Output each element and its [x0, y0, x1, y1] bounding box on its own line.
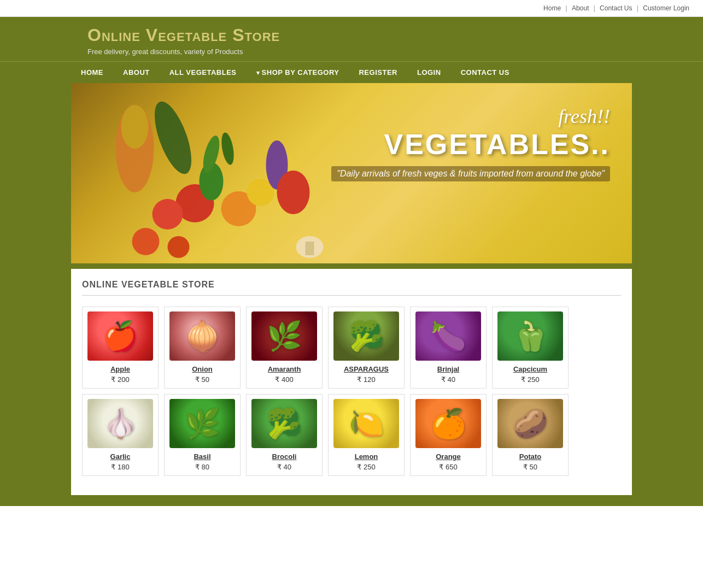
product-image-brocoli: 🥦: [251, 399, 317, 448]
site-title: Online Vegetable Store: [87, 25, 692, 45]
section-title: ONLINE VEGETABLE STORE: [82, 280, 621, 296]
nav-item-login[interactable]: LOGIN: [407, 62, 451, 83]
main-wrapper: ONLINE VEGETABLE STORE 🍎Apple₹ 200🧅Onion…: [0, 269, 703, 506]
product-price-amaranth: ₹ 400: [251, 375, 318, 384]
product-name-basil[interactable]: Basil: [169, 452, 236, 461]
product-card-onion[interactable]: 🧅Onion₹ 50: [164, 307, 241, 389]
product-card-apple[interactable]: 🍎Apple₹ 200: [82, 307, 159, 389]
product-price-capsicum: ₹ 250: [497, 375, 564, 384]
svg-point-9: [277, 170, 310, 214]
svg-point-4: [153, 199, 183, 230]
product-name-brinjal[interactable]: Brinjal: [415, 365, 482, 373]
topbar-about-link[interactable]: About: [572, 4, 589, 12]
nav-item-home[interactable]: HOME: [71, 62, 113, 83]
svg-point-15: [219, 132, 236, 166]
product-image-potato: 🥔: [497, 399, 563, 448]
nav-link-all-vegetables[interactable]: ALL VEGETABLES: [160, 62, 247, 83]
product-name-apple[interactable]: Apple: [87, 365, 154, 373]
product-image-garlic: 🧄: [87, 399, 153, 448]
topbar-home-link[interactable]: Home: [543, 4, 561, 12]
product-name-potato[interactable]: Potato: [497, 452, 564, 461]
hero-banner: fresh!! VEGETABLES.. "Daily arrivals of …: [71, 83, 632, 263]
product-card-orange[interactable]: 🍊Orange₹ 650: [410, 394, 487, 476]
svg-point-1: [121, 105, 149, 149]
product-price-orange: ₹ 650: [415, 463, 482, 471]
product-name-amaranth[interactable]: Amaranth: [251, 365, 318, 373]
banner-tagline: "Daily arrivals of fresh veges & fruits …: [331, 166, 610, 181]
product-price-brinjal: ₹ 40: [415, 375, 482, 384]
product-price-lemon: ₹ 250: [333, 463, 400, 471]
product-name-brocoli[interactable]: Brocoli: [251, 452, 318, 461]
product-card-garlic[interactable]: 🧄Garlic₹ 180: [82, 394, 159, 476]
banner-main-text: VEGETABLES..: [331, 128, 610, 161]
banner-fresh-text: fresh!!: [331, 105, 610, 128]
header: Online Vegetable Store Free delivery, gr…: [0, 17, 703, 61]
nav-link-category[interactable]: SHOP BY CATEGORY: [247, 62, 349, 83]
topbar-login-link[interactable]: Customer Login: [643, 4, 689, 12]
product-name-asparagus[interactable]: ASPARAGUS: [333, 365, 400, 373]
product-card-lemon[interactable]: 🍋Lemon₹ 250: [328, 394, 405, 476]
product-name-lemon[interactable]: Lemon: [333, 452, 400, 461]
product-name-garlic[interactable]: Garlic: [87, 452, 154, 461]
product-card-brinjal[interactable]: 🍆Brinjal₹ 40: [410, 307, 487, 389]
nav-item-category[interactable]: SHOP BY CATEGORY: [247, 62, 349, 83]
product-price-basil: ₹ 80: [169, 463, 236, 471]
product-image-lemon: 🍋: [333, 399, 399, 448]
nav-link-contact[interactable]: CONTACT US: [451, 62, 519, 83]
banner-container: fresh!! VEGETABLES.. "Daily arrivals of …: [0, 83, 703, 269]
product-card-capsicum[interactable]: 🫑Capcicum₹ 250: [492, 307, 569, 389]
product-price-potato: ₹ 50: [497, 463, 564, 471]
product-image-asparagus: 🥦: [333, 311, 399, 361]
product-price-apple: ₹ 200: [87, 375, 154, 384]
product-image-onion: 🧅: [169, 311, 235, 361]
nav-link-about[interactable]: ABOUT: [113, 62, 160, 83]
product-price-garlic: ₹ 180: [87, 463, 154, 471]
top-bar: Home | About | Contact Us | Customer Log…: [0, 0, 703, 17]
svg-point-10: [132, 228, 160, 255]
product-image-brinjal: 🍆: [415, 311, 481, 361]
product-image-apple: 🍎: [87, 311, 153, 361]
nav-item-register[interactable]: REGISTER: [349, 62, 407, 83]
product-card-amaranth[interactable]: 🌿Amaranth₹ 400: [246, 307, 323, 389]
product-price-onion: ₹ 50: [169, 375, 236, 384]
topbar-contact-link[interactable]: Contact Us: [600, 4, 632, 12]
product-image-capsicum: 🫑: [497, 311, 563, 361]
product-name-orange[interactable]: Orange: [415, 452, 482, 461]
site-subtitle: Free delivery, great discounts, variety …: [87, 48, 692, 56]
product-card-potato[interactable]: 🥔Potato₹ 50: [492, 394, 569, 476]
product-image-amaranth: 🌿: [251, 311, 317, 361]
product-price-asparagus: ₹ 120: [333, 375, 400, 384]
product-name-onion[interactable]: Onion: [169, 365, 236, 373]
product-card-brocoli[interactable]: 🥦Brocoli₹ 40: [246, 394, 323, 476]
nav-item-contact[interactable]: CONTACT US: [451, 62, 519, 83]
product-grid: 🍎Apple₹ 200🧅Onion₹ 50🌿Amaranth₹ 400🥦ASPA…: [82, 307, 621, 476]
main-content: ONLINE VEGETABLE STORE 🍎Apple₹ 200🧅Onion…: [71, 269, 632, 495]
svg-point-2: [147, 97, 199, 179]
svg-point-11: [168, 236, 190, 258]
nav-link-login[interactable]: LOGIN: [407, 62, 451, 83]
product-card-asparagus[interactable]: 🥦ASPARAGUS₹ 120: [328, 307, 405, 389]
main-nav: HOME ABOUT ALL VEGETABLES SHOP BY CATEGO…: [0, 61, 703, 83]
banner-text: fresh!! VEGETABLES.. "Daily arrivals of …: [331, 105, 610, 181]
nav-item-about[interactable]: ABOUT: [113, 62, 160, 83]
nav-link-register[interactable]: REGISTER: [349, 62, 407, 83]
product-name-capsicum[interactable]: Capcicum: [497, 365, 564, 373]
product-card-basil[interactable]: 🌿Basil₹ 80: [164, 394, 241, 476]
svg-rect-13: [306, 242, 314, 255]
nav-item-all-vegetables[interactable]: ALL VEGETABLES: [160, 62, 247, 83]
product-image-basil: 🌿: [169, 399, 235, 448]
product-image-orange: 🍊: [415, 399, 481, 448]
product-price-brocoli: ₹ 40: [251, 463, 318, 471]
nav-link-home[interactable]: HOME: [71, 62, 113, 83]
